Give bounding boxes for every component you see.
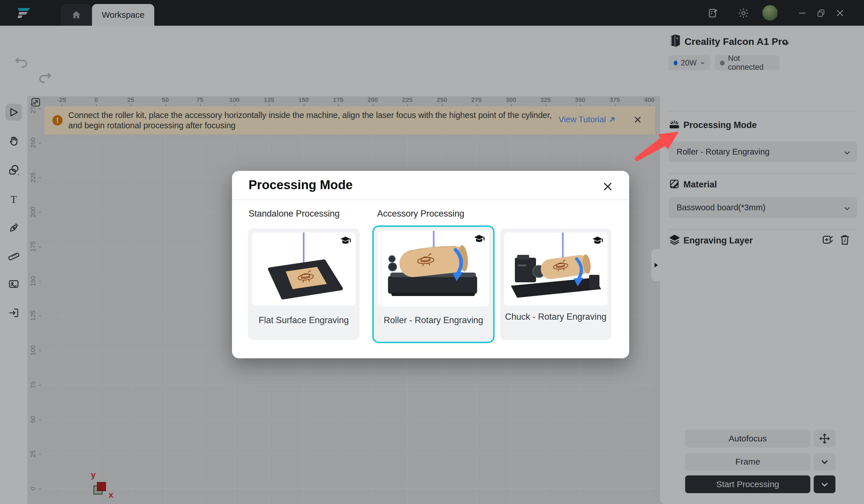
close-icon [602,181,614,193]
mode-card-label: Flat Surface Engraving [248,314,359,326]
section-standalone: Standalone Processing [249,208,340,219]
roller-rotary-illustration [378,231,489,306]
mode-card-flat-surface[interactable]: Flat Surface Engraving [248,229,359,340]
tutorial-cap-icon[interactable] [591,236,603,246]
mode-card-label: Chuck - Rotary Engraving [500,311,611,323]
section-accessory: Accessory Processing [377,208,464,219]
mode-card-chuck-rotary[interactable]: Chuck - Rotary Engraving [500,229,611,340]
tutorial-cap-icon[interactable] [473,234,485,244]
annotation-arrow [632,123,683,166]
mode-card-label: Roller - Rotary Engraving [374,314,493,326]
mode-card-roller-rotary[interactable]: Roller - Rotary Engraving [374,227,493,342]
processing-mode-dialog: Processing Mode Standalone Processing Ac… [232,171,629,358]
dialog-divider [232,200,629,200]
chuck-rotary-illustration [504,232,608,306]
flat-surface-illustration [252,232,356,306]
app-window: Workspace Untitled [0,0,864,504]
dialog-title: Processing Mode [249,178,352,192]
tutorial-cap-icon[interactable] [339,236,351,246]
dialog-close-button[interactable] [602,181,614,193]
